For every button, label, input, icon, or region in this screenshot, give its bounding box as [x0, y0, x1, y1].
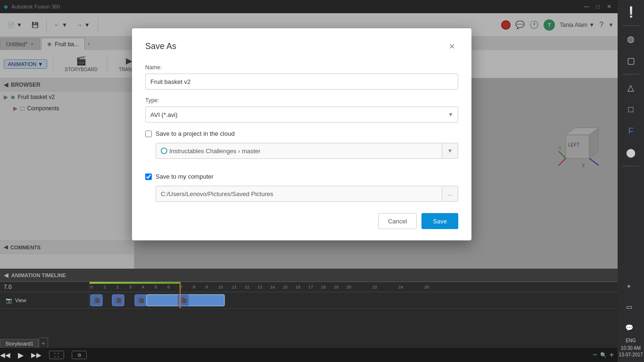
play-button[interactable]: ▶	[18, 351, 24, 360]
timeline-header: ◀ ANIMATION TIMELINE	[0, 269, 618, 282]
chrome-icon[interactable]: ⬤	[620, 142, 641, 163]
svg-text:24: 24	[398, 285, 403, 289]
type-label: Type:	[145, 97, 458, 104]
computer-path-browse-button[interactable]: ...	[442, 186, 458, 202]
zoom-out-button[interactable]: −	[593, 351, 597, 359]
computer-checkbox-label[interactable]: Save to my computer	[156, 173, 214, 180]
svg-text:26: 26	[424, 285, 429, 289]
system-time: 10:30 AM 13-07-2017	[619, 345, 643, 358]
svg-text:13: 13	[257, 285, 262, 289]
name-field-group: Name:	[145, 64, 458, 90]
cloud-path-display: Instructables Challenges › master	[156, 143, 442, 159]
svg-text:15: 15	[283, 285, 288, 289]
svg-text:20: 20	[347, 285, 351, 289]
sidebar-divider-3	[622, 166, 639, 166]
track-name: View	[15, 297, 26, 303]
computer-checkbox-row: Save to my computer	[145, 173, 458, 180]
timeline-controls: ◀◀ ▶ ▶▶ ⛶ ⚙ − 🔍 +	[0, 348, 618, 362]
svg-text:8: 8	[193, 285, 195, 289]
notification-icon[interactable]: 💬	[619, 317, 639, 338]
settings-icon: ⚙	[77, 353, 82, 358]
cloud-path-browse-button[interactable]: ▼	[442, 143, 458, 159]
cloud-status-icon	[161, 148, 167, 154]
sidebar-divider-1	[622, 25, 639, 26]
timeline-area: ◀ ANIMATION TIMELINE 7.0 0 1 2 3 4 5 6	[0, 269, 618, 362]
sidebar-bottom: ⌖ ▭ 💬 ENG 10:30 AM 13-07-2017	[619, 276, 643, 362]
svg-text:0: 0	[91, 285, 93, 289]
search-sidebar-icon[interactable]: ◍	[620, 29, 641, 49]
modal-footer: Cancel Save	[145, 213, 458, 229]
goto-start-button[interactable]: ◀◀	[0, 351, 10, 359]
computer-checkbox[interactable]	[145, 173, 152, 180]
computer-path-input[interactable]	[156, 186, 442, 202]
name-label: Name:	[145, 64, 458, 71]
svg-text:6: 6	[167, 285, 170, 289]
svg-text:19: 19	[334, 285, 339, 289]
spacer	[145, 166, 458, 173]
cloud-checkbox-label[interactable]: Save to a project in the cloud	[156, 130, 235, 137]
windows-start-icon[interactable]: ❕	[620, 2, 641, 23]
cloud-checkbox-row: Save to a project in the cloud	[145, 130, 458, 137]
svg-text:11: 11	[232, 285, 237, 289]
storyboard-tabs: Storyboard1 +	[0, 337, 48, 348]
svg-text:4: 4	[142, 285, 144, 289]
sidebar-icon-2[interactable]: □	[620, 99, 641, 120]
svg-text:14: 14	[270, 285, 275, 289]
fullscreen-toggle[interactable]: ⛶	[49, 351, 64, 359]
taskview-icon[interactable]: ▢	[620, 50, 641, 71]
svg-text:3: 3	[129, 285, 132, 289]
cancel-button[interactable]: Cancel	[378, 213, 417, 229]
fullscreen-icon: ⛶	[54, 353, 59, 358]
sidebar-icon-3[interactable]: F	[620, 121, 641, 141]
type-field-group: Type: AVI (*.avi) MP4 (*.mp4) ▼	[145, 97, 458, 123]
modal-title-bar: Save As ✕	[145, 40, 458, 53]
save-dialog-button[interactable]: Save	[421, 213, 458, 229]
zoom-controls: − 🔍 +	[593, 351, 614, 359]
settings-button[interactable]: ⚙	[72, 351, 87, 359]
ruler-ticks: 0 1 2 3 4 5 6 7 8 9 10 11 12 13 14 15 16	[90, 282, 618, 292]
right-sidebar: ❕ ◍ ▢ △ □ F ⬤ ⌖ ▭ 💬 ENG 10:30 AM 13-07-2…	[618, 0, 644, 362]
track-camera-icon: 📷	[6, 297, 12, 304]
color-wheel-icon[interactable]: △	[620, 77, 641, 98]
svg-text:2: 2	[116, 285, 119, 289]
view-track-label: 📷 View	[0, 292, 90, 308]
type-select[interactable]: AVI (*.avi) MP4 (*.mp4)	[145, 107, 458, 123]
zoom-in-button[interactable]: +	[610, 351, 614, 359]
time-display: 10:30 AM	[619, 345, 643, 352]
svg-text:10: 10	[218, 285, 223, 289]
save-as-dialog: Save As ✕ Name: Type: AVI (*.avi) MP4 (*…	[132, 28, 471, 240]
svg-text:17: 17	[308, 285, 313, 289]
svg-text:22: 22	[372, 285, 377, 289]
view-track-content[interactable]: 🎥 🎥 🎥 🎥	[90, 292, 618, 308]
modal-close-button[interactable]: ✕	[445, 40, 458, 53]
svg-text:12: 12	[245, 285, 249, 289]
svg-text:9: 9	[206, 285, 208, 289]
language-label: ENG	[619, 338, 643, 343]
timeline-expand-icon[interactable]: ◀	[4, 272, 8, 279]
goto-end-button[interactable]: ▶▶	[31, 351, 41, 359]
cloud-checkbox[interactable]	[145, 131, 152, 137]
sidebar-divider-2	[622, 74, 639, 74]
view-track-row: 📷 View 🎥 🎥 🎥	[0, 292, 618, 309]
wifi-icon[interactable]: ⌖	[619, 276, 639, 296]
name-input[interactable]	[145, 74, 458, 90]
svg-text:🎥: 🎥	[116, 297, 122, 304]
current-time: 7.0	[4, 284, 12, 290]
date-display: 13-07-2017	[619, 352, 643, 358]
svg-text:5: 5	[155, 285, 157, 289]
add-storyboard-button[interactable]: +	[39, 337, 48, 348]
computer-path-row: ...	[156, 186, 458, 202]
timeline-progress	[90, 282, 180, 284]
timeline-ruler-row: 7.0 0 1 2 3 4 5 6 7 8 9 10	[0, 282, 618, 292]
app-area: ◆ Autodesk Fusion 360 — □ ✕ 📄 ▼ 💾 ← ▼ → …	[0, 0, 618, 362]
battery-icon[interactable]: ▭	[619, 296, 639, 317]
cloud-path-text: Instructables Challenges › master	[169, 148, 261, 155]
timeline-title: ANIMATION TIMELINE	[11, 272, 66, 278]
svg-text:16: 16	[296, 285, 300, 289]
svg-text:18: 18	[321, 285, 326, 289]
svg-text:🎥: 🎥	[181, 297, 187, 304]
storyboard-tab[interactable]: Storyboard1	[0, 339, 39, 348]
svg-text:1: 1	[104, 285, 106, 289]
storyboard-tab-label: Storyboard1	[5, 341, 33, 346]
modal-title: Save As	[145, 41, 176, 51]
